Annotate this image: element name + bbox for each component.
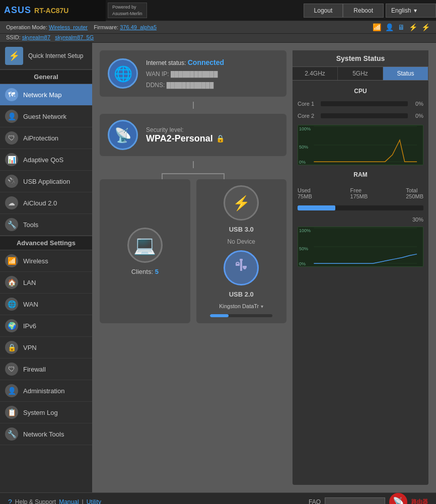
sidebar-item-firewall[interactable]: 🛡 Firewall bbox=[0, 358, 92, 380]
globe-icon: 🌐 bbox=[108, 58, 138, 89]
tab-5ghz[interactable]: 5GHz bbox=[338, 67, 383, 80]
ram-graph-100: 100% bbox=[299, 228, 311, 233]
help-icon: ? bbox=[8, 498, 12, 505]
reboot-button[interactable]: Reboot bbox=[343, 4, 384, 18]
network-tools-label: Network Tools bbox=[23, 430, 64, 438]
sidebar-item-network-tools[interactable]: 🔧 Network Tools bbox=[0, 423, 92, 445]
wifi-icon: 📶 bbox=[373, 23, 381, 31]
wpa2-value: WPA2-Personal 🔒 bbox=[146, 133, 225, 144]
sidebar-item-quick-setup[interactable]: ⚡ Quick Internet Setup bbox=[0, 43, 92, 69]
sidebar-item-aiprotection[interactable]: 🛡 AiProtection bbox=[0, 127, 92, 149]
vpn-icon: 🔒 bbox=[5, 341, 18, 354]
clients-box[interactable]: 💻 Clients: 5 bbox=[100, 179, 190, 323]
faq-label: FAQ bbox=[309, 498, 321, 505]
internet-status-label: Internet status: Connected bbox=[146, 56, 224, 69]
faq-search-input[interactable] bbox=[325, 497, 385, 505]
usb30-label: USB 3.0 bbox=[229, 226, 254, 233]
connector-1 bbox=[100, 102, 286, 109]
header-buttons: Logout Reboot bbox=[304, 4, 384, 18]
firewall-label: Firewall bbox=[23, 366, 46, 373]
sidebar-item-ipv6[interactable]: 🌍 IPv6 bbox=[0, 315, 92, 337]
usb20-device-row: Kingston DataTr ▾ bbox=[219, 303, 263, 309]
tab-24ghz[interactable]: 2.4GHz bbox=[293, 67, 338, 80]
core1-pct: 0% bbox=[411, 101, 423, 107]
aicloud-label: AiCloud 2.0 bbox=[23, 199, 57, 207]
right-branch bbox=[224, 173, 225, 179]
sidebar-item-aicloud[interactable]: ☁ AiCloud 2.0 bbox=[0, 192, 92, 214]
system-status-content: CPU Core 1 0% Core 2 0% bbox=[293, 81, 428, 485]
tab-status[interactable]: Status bbox=[383, 67, 428, 80]
core2-bar-bg bbox=[321, 113, 408, 118]
ddns-row: DDNS: ████████████ bbox=[146, 80, 224, 91]
chevron-down-icon: ▾ bbox=[414, 7, 417, 14]
sidebar-item-vpn[interactable]: 🔒 VPN bbox=[0, 337, 92, 358]
clients-count: 5 bbox=[155, 268, 159, 275]
op-mode-link[interactable]: Wireless_router bbox=[49, 24, 88, 30]
sidebar-item-usb-application[interactable]: 🔌 USB Application bbox=[0, 171, 92, 192]
wireless-label: Wireless bbox=[23, 257, 48, 265]
internet-status-info: Internet status: Connected WAN IP: █████… bbox=[146, 56, 224, 91]
usb-icon: ⚡ bbox=[409, 23, 417, 31]
header: ASUS RT-AC87U Powered by Asuswrt-Merlin … bbox=[0, 0, 436, 21]
sidebar-item-network-map[interactable]: 🗺 Network Map bbox=[0, 84, 92, 106]
ram-used-value: 75MB bbox=[298, 193, 312, 199]
logo-area: ASUS RT-AC87U bbox=[0, 0, 106, 21]
ram-total-value: 250MB bbox=[406, 193, 423, 199]
footer-right: FAQ 📡 路由器 bbox=[309, 493, 428, 505]
wan-ip-value: ████████████ bbox=[171, 71, 218, 77]
sidebar-item-guest-network[interactable]: 👤 Guest Network bbox=[0, 106, 92, 127]
security-info: Security level: WPA2-Personal 🔒 bbox=[146, 126, 225, 144]
ram-used-col: Used 75MB bbox=[298, 187, 312, 199]
sidebar-item-tools[interactable]: 🔧 Tools bbox=[0, 214, 92, 236]
clients-label: Clients: 5 bbox=[131, 268, 159, 275]
language-value: English bbox=[391, 7, 411, 14]
usb3-icon: ⚡ bbox=[224, 185, 259, 221]
sidebar-item-wan[interactable]: 🌐 WAN bbox=[0, 294, 92, 315]
ssid1-link[interactable]: skyrealm87 bbox=[22, 34, 50, 40]
ram-used-label: Used bbox=[298, 187, 312, 193]
usb-application-label: USB Application bbox=[23, 178, 70, 185]
op-mode-label: Operation Mode: bbox=[6, 24, 47, 30]
ddns-value: ████████████ bbox=[167, 82, 214, 88]
firmware-link[interactable]: 376.49_alpha5 bbox=[120, 24, 157, 30]
model-name: RT-AC87U bbox=[34, 7, 68, 15]
general-section-title: General bbox=[0, 69, 92, 84]
language-selector[interactable]: English ▾ bbox=[386, 4, 436, 18]
security-label: Security level: bbox=[146, 126, 225, 133]
wireless-icon: 📶 bbox=[5, 254, 18, 267]
power-icon: ⚡ bbox=[421, 23, 430, 31]
ssid2-link[interactable]: skyrealm87_5G bbox=[55, 34, 94, 40]
v-line-2 bbox=[193, 161, 194, 168]
footer-left: ? Help & Support Manual | Utility bbox=[8, 498, 101, 505]
sidebar-item-administration[interactable]: 👤 Administration bbox=[0, 380, 92, 402]
ipv6-label: IPv6 bbox=[23, 322, 36, 330]
adaptive-qos-icon: 📊 bbox=[5, 153, 18, 166]
sidebar-item-wireless[interactable]: 📶 Wireless bbox=[0, 250, 92, 272]
usb-progress-bar bbox=[210, 314, 229, 317]
logout-button[interactable]: Logout bbox=[304, 4, 343, 18]
powered-by-label: Powered by bbox=[112, 4, 142, 11]
administration-label: Administration bbox=[23, 387, 64, 395]
separator: | bbox=[82, 498, 84, 505]
ssid-label: SSID: skyrealm87 skyrealm87_5G bbox=[6, 34, 94, 40]
core2-pct: 0% bbox=[411, 113, 423, 119]
ram-section-label: RAM bbox=[298, 171, 423, 178]
clients-icon: 💻 bbox=[127, 228, 163, 263]
utility-link[interactable]: Utility bbox=[87, 498, 101, 505]
manual-link[interactable]: Manual bbox=[59, 498, 79, 505]
sidebar-item-adaptive-qos[interactable]: 📊 Adaptive QoS bbox=[0, 149, 92, 171]
system-status-panel: System Status 2.4GHz 5GHz Status CPU Cor… bbox=[293, 50, 428, 485]
usb20-label: USB 2.0 bbox=[229, 291, 254, 298]
internet-status-value: Connected bbox=[188, 58, 224, 66]
ssid-text-label: SSID: bbox=[6, 34, 21, 40]
h-line bbox=[162, 173, 225, 174]
ram-graph-50: 50% bbox=[299, 246, 308, 251]
main-layout: ⚡ Quick Internet Setup General 🗺 Network… bbox=[0, 43, 436, 492]
lan-label: LAN bbox=[23, 279, 36, 286]
sidebar-item-lan[interactable]: 🏠 LAN bbox=[0, 272, 92, 294]
aicloud-icon: ☁ bbox=[5, 196, 18, 209]
sidebar-item-system-log[interactable]: 📋 System Log bbox=[0, 402, 92, 423]
wan-label: WAN bbox=[23, 301, 38, 308]
ram-free-label: Free bbox=[350, 187, 368, 193]
powered-by-name: Asuswrt-Merlin bbox=[112, 11, 142, 17]
